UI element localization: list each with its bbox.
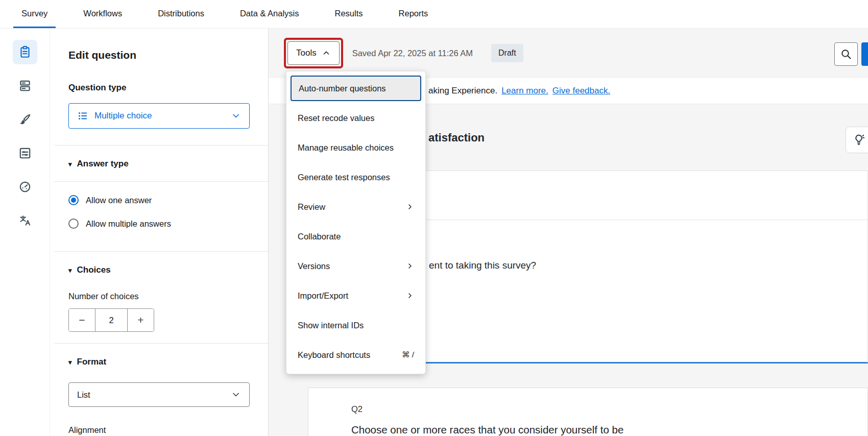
menu-item-keyboard-shortcuts[interactable]: Keyboard shortcuts ⌘ / [286,340,425,370]
lightbulb-icon [852,133,865,147]
blocks-icon [18,79,32,92]
chevron-right-icon [406,203,414,211]
tab-data-analysis-label: Data & Analysis [240,9,299,18]
question-1-text-fragment: ent to taking this survey? [429,260,536,271]
format-section-header[interactable]: ▾ Format [68,357,250,367]
format-select[interactable]: List [68,382,250,407]
choices-heading: Choices [77,265,111,275]
tools-button[interactable]: Tools [287,41,340,65]
number-of-choices-label: Number of choices [68,292,250,301]
rail-item-look-and-feel[interactable] [13,107,37,132]
translate-icon [18,214,32,227]
clipboard-icon [18,45,32,59]
search-button[interactable] [834,42,858,66]
tab-reports[interactable]: Reports [391,0,437,28]
question-2-card[interactable]: Q2 Choose one or more races that you con… [308,387,868,436]
answer-type-section-header[interactable]: ▾ Answer type [68,159,250,169]
menu-item-review[interactable]: Review [286,192,425,222]
top-nav: Survey Workflows Distributions Data & An… [0,0,868,29]
menu-item-reset-recode-values[interactable]: Reset recode values [286,103,425,133]
qualtrics-survey-editor: { "colors": { "accent_blue": "#0b6cd4", … [0,0,868,436]
rail-item-survey-options[interactable] [13,175,37,199]
give-feedback-link[interactable]: Give feedback. [552,86,610,96]
chevron-up-icon [322,49,331,58]
menu-item-manage-reusable-choices[interactable]: Manage reusable choices [286,133,425,162]
choices-section-header[interactable]: ▾ Choices [68,265,250,275]
banner-text-fragment: aking Experience. [428,86,497,96]
radio-allow-one-answer-label: Allow one answer [86,196,152,205]
app-shell: Edit question Question type Multiple cho… [0,29,868,436]
survey-canvas: aking Experience. Learn more. Give feedb… [269,29,868,436]
alignment-label: Alignment [68,425,250,435]
tools-dropdown-menu: Auto-number questions Reset recode value… [286,71,426,374]
radio-selected-icon [68,195,79,205]
section-divider [54,343,268,344]
collapse-caret-icon: ▾ [68,160,72,168]
question-type-select[interactable]: Multiple choice [68,103,250,129]
choices-stepper: − 2 + [68,308,154,332]
menu-item-label: Import/Export [298,291,348,301]
menu-item-label: Generate test responses [298,173,390,182]
menu-item-label: Show internal IDs [298,321,364,330]
chevron-right-icon [406,262,414,270]
tab-workflows[interactable]: Workflows [75,0,130,28]
section-divider [54,145,268,146]
tab-survey-label: Survey [21,9,47,18]
menu-item-show-internal-ids[interactable]: Show internal IDs [286,310,425,340]
question-type-value: Multiple choice [94,111,152,121]
menu-item-label: Reset recode values [298,113,374,123]
paintbrush-icon [18,113,32,126]
question-2-text: Choose one or more races that you consid… [351,424,623,436]
radio-allow-one-answer[interactable]: Allow one answer [68,195,250,205]
chevron-right-icon [406,292,414,300]
menu-item-label: Manage reusable choices [298,143,394,153]
menu-item-auto-number-questions[interactable]: Auto-number questions [291,76,421,101]
partial-blue-button[interactable] [861,42,868,66]
gauge-icon [18,180,32,193]
radio-allow-multiple-answers[interactable]: Allow multiple answers [68,219,250,229]
tab-survey[interactable]: Survey [13,0,56,28]
format-heading: Format [77,357,107,367]
radio-allow-multiple-answers-label: Allow multiple answers [86,219,171,229]
tab-distributions[interactable]: Distributions [150,0,212,28]
menu-item-label: Keyboard shortcuts [298,350,370,360]
rail-item-translations[interactable] [13,208,37,233]
keyboard-shortcut-hint: ⌘ / [402,350,414,359]
panel-title: Edit question [68,49,250,61]
tab-results[interactable]: Results [327,0,371,28]
menu-item-label: Auto-number questions [299,84,386,93]
suggestions-button[interactable] [846,127,868,153]
tab-workflows-label: Workflows [83,9,122,18]
sliders-icon [18,147,32,160]
answer-type-heading: Answer type [77,159,129,169]
learn-more-link[interactable]: Learn more. [501,86,548,96]
question-type-label: Question type [68,83,250,93]
rail-item-survey-flow[interactable] [13,141,37,165]
annotation-highlight-box: Tools [284,38,343,68]
tab-results-label: Results [335,9,363,18]
section-divider [54,181,268,182]
status-badge: Draft [491,44,523,62]
format-select-value: List [77,390,90,400]
section-divider [54,251,268,252]
rail-item-survey-builder[interactable] [13,40,37,64]
canvas-toolbar: Tools Saved Apr 22, 2025 at 11:26 AM Dra… [284,38,523,68]
decrease-choices-button[interactable]: − [69,309,95,331]
menu-item-collaborate[interactable]: Collaborate [286,222,425,251]
rail-item-blocks[interactable] [13,74,37,98]
menu-item-import-export[interactable]: Import/Export [286,281,425,310]
menu-item-generate-test-responses[interactable]: Generate test responses [286,162,425,192]
survey-title-fragment[interactable]: atisfaction [428,131,485,144]
radio-unselected-icon [68,219,79,229]
collapse-caret-icon: ▾ [68,358,72,366]
menu-item-versions[interactable]: Versions [286,251,425,281]
multiple-choice-list-icon [77,110,88,122]
icon-rail [0,29,50,436]
tab-reports-label: Reports [399,9,428,18]
increase-choices-button[interactable]: + [127,309,154,331]
tab-data-analysis[interactable]: Data & Analysis [232,0,307,28]
search-icon [840,48,852,60]
edit-question-panel: Edit question Question type Multiple cho… [50,29,269,436]
collapse-caret-icon: ▾ [68,267,72,274]
chevron-down-icon [231,390,241,400]
